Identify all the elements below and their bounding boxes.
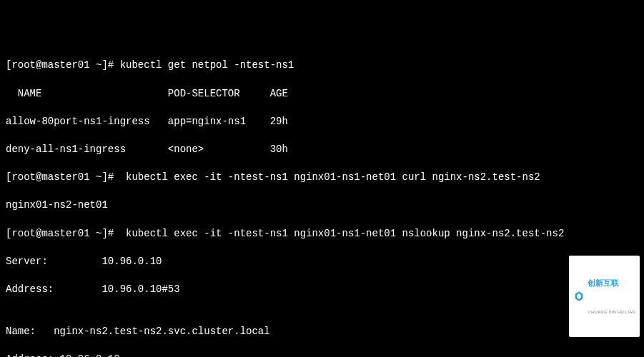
watermark-logo-icon [573, 291, 585, 302]
terminal-line: deny-all-ns1-ingress <none> 30h [6, 143, 638, 157]
terminal-line: [root@master01 ~]# kubectl exec -it -nte… [6, 171, 638, 185]
terminal-line: allow-80port-ns1-ingress app=nginx-ns1 2… [6, 115, 638, 129]
terminal-line: nginx01-ns2-net01 [6, 198, 638, 213]
terminal-line: Server: 10.96.0.10 [6, 255, 638, 269]
watermark-subtext: CHUANG XIN HU LIAN [588, 309, 635, 315]
terminal-line: Address: 10.96.0.12 [6, 353, 638, 357]
terminal-line: [root@master01 ~]# kubectl get netpol -n… [6, 59, 638, 73]
terminal-line: Name: nginx-ns2.test-ns2.svc.cluster.loc… [6, 325, 638, 339]
terminal-line: Address: 10.96.0.10#53 [6, 283, 638, 297]
watermark-badge: 创新互联 CHUANG XIN HU LIAN [569, 256, 640, 337]
watermark-text: 创新互联 [588, 278, 635, 288]
terminal-line: [root@master01 ~]# kubectl exec -it -nte… [6, 227, 638, 241]
terminal-line: NAME POD-SELECTOR AGE [6, 87, 638, 101]
